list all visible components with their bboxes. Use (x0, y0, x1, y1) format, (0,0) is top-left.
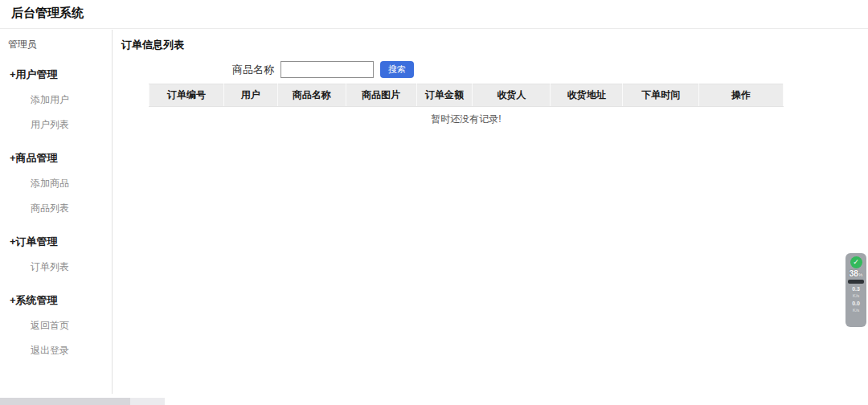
column-header-4: 订单金额 (416, 84, 473, 107)
column-header-0: 订单编号 (149, 84, 224, 107)
column-header-8: 操作 (699, 84, 784, 107)
sidebar: 管理员 +用户管理添加用户用户列表+商品管理添加商品商品列表+订单管理订单列表+… (0, 30, 113, 394)
search-button[interactable]: 搜索 (380, 61, 414, 78)
sidebar-group-3[interactable]: +系统管理 (10, 293, 112, 308)
column-header-2: 商品名称 (277, 84, 346, 107)
system-monitor-overlay[interactable]: ✓ 38% 0.3 K/s 0.0 K/s (845, 253, 866, 327)
sidebar-item-1-0[interactable]: 添加商品 (31, 177, 112, 190)
horizontal-scrollbar-thumb[interactable] (0, 398, 130, 405)
sidebar-item-0-1[interactable]: 用户列表 (31, 118, 112, 132)
product-name-label: 商品名称 (232, 63, 274, 77)
battery-percent: 38% (845, 269, 866, 278)
main-content: 订单信息列表 商品名称 搜索 订单编号用户商品名称商品图片订单金额收货人收货地址… (113, 30, 868, 394)
net-down-speed: 0.0 K/s (845, 301, 866, 313)
sidebar-item-1-1[interactable]: 商品列表 (31, 202, 112, 215)
sidebar-item-2-0[interactable]: 订单列表 (31, 260, 112, 274)
column-header-7: 下单时间 (623, 84, 699, 107)
table-header-row: 订单编号用户商品名称商品图片订单金额收货人收货地址下单时间操作 (149, 84, 784, 107)
shield-check-icon: ✓ (850, 256, 862, 268)
sidebar-group-0[interactable]: +用户管理 (10, 68, 112, 82)
empty-state-message: 暂时还没有记录! (149, 112, 784, 126)
product-name-input[interactable] (280, 61, 374, 78)
sidebar-item-3-1[interactable]: 退出登录 (31, 344, 112, 358)
logged-in-user-label: 管理员 (8, 38, 112, 51)
page-title: 订单信息列表 (121, 38, 184, 52)
net-up-speed: 0.3 K/s (845, 286, 866, 299)
column-header-1: 用户 (223, 84, 277, 107)
search-row: 商品名称 搜索 (232, 61, 414, 78)
app-title: 后台管理系统 (11, 6, 84, 21)
sidebar-group-1[interactable]: +商品管理 (10, 151, 112, 166)
battery-level-bar (848, 280, 864, 284)
sidebar-group-2[interactable]: +订单管理 (10, 235, 112, 249)
horizontal-scrollbar-track[interactable] (0, 398, 165, 405)
sidebar-item-3-0[interactable]: 返回首页 (31, 319, 112, 333)
column-header-5: 收货人 (473, 84, 551, 107)
column-header-6: 收货地址 (551, 84, 623, 107)
sidebar-menu: +用户管理添加用户用户列表+商品管理添加商品商品列表+订单管理订单列表+系统管理… (0, 68, 112, 361)
column-header-3: 商品图片 (346, 84, 416, 107)
sidebar-item-0-0[interactable]: 添加用户 (31, 93, 112, 107)
orders-table: 订单编号用户商品名称商品图片订单金额收货人收货地址下单时间操作 (149, 84, 784, 107)
top-header-bar: 后台管理系统 (0, 0, 868, 29)
